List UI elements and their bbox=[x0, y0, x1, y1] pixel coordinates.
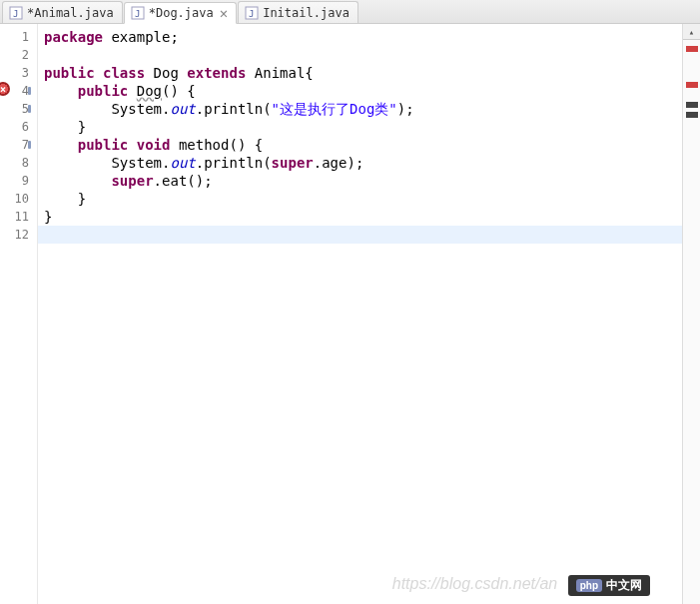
code-line: System.out.println(super.age); bbox=[38, 154, 682, 172]
error-mark[interactable] bbox=[686, 82, 698, 88]
code-line: public void method() { bbox=[38, 136, 682, 154]
svg-text:J: J bbox=[249, 9, 254, 19]
code-line bbox=[38, 46, 682, 64]
svg-text:J: J bbox=[13, 9, 18, 19]
code-line: public Dog() { bbox=[38, 82, 682, 100]
line-number: 7 bbox=[0, 136, 37, 154]
code-area[interactable]: package example; public class Dog extend… bbox=[38, 24, 682, 604]
code-line: } bbox=[38, 190, 682, 208]
code-line: } bbox=[38, 208, 682, 226]
overview-mark[interactable] bbox=[686, 102, 698, 108]
java-file-icon: J bbox=[245, 6, 259, 20]
java-file-icon: J bbox=[131, 6, 145, 20]
tab-dog[interactable]: J *Dog.java ✕ bbox=[124, 2, 237, 24]
tab-label: *Animal.java bbox=[27, 6, 114, 20]
tab-label: Initail.java bbox=[263, 6, 350, 20]
editor: 1 2 3 4 5 6 7 8 9 10 11 12 package examp… bbox=[0, 24, 700, 604]
line-number: 3 bbox=[0, 64, 37, 82]
gutter: 1 2 3 4 5 6 7 8 9 10 11 12 bbox=[0, 24, 38, 604]
close-icon[interactable]: ✕ bbox=[220, 6, 228, 20]
scroll-up-icon[interactable]: ▴ bbox=[683, 24, 700, 40]
line-number: 10 bbox=[0, 190, 37, 208]
error-mark[interactable] bbox=[686, 46, 698, 52]
line-number: 2 bbox=[0, 46, 37, 64]
line-number: 1 bbox=[0, 28, 37, 46]
code-line: package example; bbox=[38, 28, 682, 46]
java-file-icon: J bbox=[9, 6, 23, 20]
overview-mark[interactable] bbox=[686, 112, 698, 118]
line-number: 6 bbox=[0, 118, 37, 136]
line-number: 9 bbox=[0, 172, 37, 190]
overview-ruler[interactable]: ▴ bbox=[682, 24, 700, 604]
line-number: 8 bbox=[0, 154, 37, 172]
tab-initail[interactable]: J Initail.java bbox=[238, 1, 358, 23]
code-line-current bbox=[38, 226, 682, 244]
tab-label: *Dog.java bbox=[149, 6, 214, 20]
svg-text:J: J bbox=[135, 9, 140, 19]
tab-bar: J *Animal.java J *Dog.java ✕ J Initail.j… bbox=[0, 0, 700, 24]
line-number: 12 bbox=[0, 226, 37, 244]
line-number: 5 bbox=[0, 100, 37, 118]
code-line: System.out.println("这是执行了Dog类"); bbox=[38, 100, 682, 118]
code-line: public class Dog extends Animal{ bbox=[38, 64, 682, 82]
code-line: } bbox=[38, 118, 682, 136]
tab-animal[interactable]: J *Animal.java bbox=[2, 1, 123, 23]
code-line: super.eat(); bbox=[38, 172, 682, 190]
line-number: 11 bbox=[0, 208, 37, 226]
